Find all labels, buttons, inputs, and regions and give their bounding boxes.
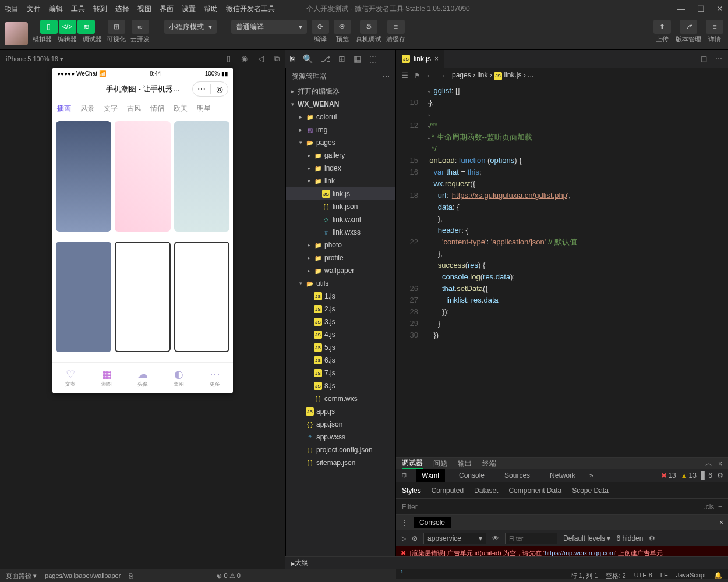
- bottom-nav-item[interactable]: ◐套图: [161, 363, 197, 393]
- category-tab[interactable]: 古风: [127, 104, 141, 113]
- mode-dropdown[interactable]: 小程序模式▾: [164, 20, 217, 34]
- editor-tab[interactable]: JS link.js ×: [396, 50, 444, 68]
- category-tab[interactable]: 明星: [197, 104, 211, 113]
- breadcrumb[interactable]: pages › link › JS link.js › ...: [452, 71, 533, 80]
- wallpaper-card[interactable]: [174, 121, 229, 232]
- explorer-icon[interactable]: ⎘: [290, 54, 295, 63]
- debugger-tab[interactable]: 调试器: [402, 458, 423, 469]
- avatar[interactable]: [5, 22, 28, 45]
- wallpaper-card[interactable]: [56, 242, 111, 352]
- wallpaper-card[interactable]: [115, 242, 170, 352]
- warn-count[interactable]: 13: [681, 471, 697, 480]
- info-count[interactable]: ▋ 6: [701, 471, 712, 480]
- preview-button[interactable]: 👁: [334, 20, 351, 34]
- error-link[interactable]: https://mp.weixin.qq.com: [545, 549, 615, 556]
- tree-node[interactable]: ▸📁gallery: [286, 149, 395, 162]
- upload-button[interactable]: ⬆: [653, 20, 671, 34]
- page-path[interactable]: pages/wallpaper/wallpaper: [45, 572, 121, 579]
- add-style-icon[interactable]: +: [718, 503, 722, 511]
- bottom-nav-item[interactable]: ▦潮图: [89, 363, 125, 393]
- tree-node[interactable]: ▸📁colorui: [286, 111, 395, 123]
- tree-node[interactable]: JS7.js: [286, 367, 395, 379]
- details-button[interactable]: ≡: [706, 20, 723, 34]
- inspect-icon[interactable]: ⯐: [401, 471, 408, 480]
- cloud-button[interactable]: ∞: [132, 20, 149, 34]
- console-tab[interactable]: Console: [453, 469, 490, 482]
- menu-item[interactable]: 设置: [182, 4, 196, 14]
- notification-icon[interactable]: 🔔: [714, 572, 722, 580]
- category-tab[interactable]: 情侣: [150, 104, 164, 113]
- menu-item[interactable]: 工具: [71, 4, 85, 14]
- clone-icon[interactable]: ⧉: [274, 54, 280, 63]
- wxml-tab[interactable]: Wxml: [416, 469, 445, 482]
- clear-cache-button[interactable]: ≡: [387, 20, 405, 34]
- tree-node[interactable]: JS3.js: [286, 315, 395, 328]
- tree-node[interactable]: ▸📁photo: [286, 239, 395, 251]
- dataset-tab[interactable]: Dataset: [474, 487, 498, 495]
- more-tabs-icon[interactable]: »: [589, 471, 593, 480]
- tree-node[interactable]: { }link.json: [286, 200, 395, 213]
- split-icon[interactable]: ◫: [701, 55, 707, 63]
- category-tab[interactable]: 文字: [104, 104, 118, 113]
- tree-node[interactable]: ◇link.wxml: [286, 213, 395, 226]
- tree-node[interactable]: ▸📁wallpaper: [286, 264, 395, 277]
- phone-preview[interactable]: ●●●●● WeChat 📶 8:44 100% ▮▮ 手机潮图 - 让手机秀.…: [52, 68, 233, 393]
- tree-node[interactable]: { }app.json: [286, 418, 395, 431]
- menu-item[interactable]: 选择: [115, 4, 129, 14]
- menu-item[interactable]: 编辑: [49, 4, 63, 14]
- version-button[interactable]: ⎇: [680, 20, 697, 34]
- compile-dropdown[interactable]: 普通编译▾: [231, 20, 307, 34]
- wallpaper-card[interactable]: [56, 121, 111, 232]
- category-tab[interactable]: 风景: [80, 104, 94, 113]
- ext2-icon[interactable]: ▦: [354, 54, 361, 63]
- device-selector[interactable]: iPhone 5 100% 16 ▾: [6, 55, 63, 63]
- bottom-nav-item[interactable]: ☁头像: [125, 363, 161, 393]
- status-errors[interactable]: ⊗ 0 ⚠ 0: [217, 572, 240, 580]
- styles-filter[interactable]: Filter: [402, 503, 418, 511]
- close-icon[interactable]: ✕: [716, 4, 723, 13]
- tree-node[interactable]: JS6.js: [286, 354, 395, 367]
- terminal-tab[interactable]: 终端: [482, 459, 496, 469]
- eye-icon[interactable]: 👁: [492, 534, 499, 542]
- sources-tab[interactable]: Sources: [499, 469, 536, 482]
- close-panel-icon[interactable]: ×: [718, 460, 722, 468]
- console-settings-icon[interactable]: ⚙: [649, 534, 655, 542]
- menu-item[interactable]: 微信开发者工具: [226, 4, 275, 14]
- menu-item[interactable]: 转到: [93, 4, 107, 14]
- close-tab-icon[interactable]: ×: [434, 55, 439, 63]
- more-icon[interactable]: ⋯: [715, 55, 722, 63]
- list-icon[interactable]: ☰: [402, 72, 408, 80]
- tree-node[interactable]: JSlink.js: [286, 187, 395, 200]
- tree-node[interactable]: JS1.js: [286, 290, 395, 303]
- page-path-label[interactable]: 页面路径 ▾: [6, 572, 37, 580]
- bottom-nav-item[interactable]: ⋯更多: [197, 363, 233, 393]
- computed-tab[interactable]: Computed: [432, 487, 464, 495]
- category-tab[interactable]: 插画: [57, 104, 71, 113]
- ext-icon[interactable]: ⊞: [338, 54, 345, 63]
- network-tab[interactable]: Network: [544, 469, 581, 482]
- copy-path-icon[interactable]: ⎘: [129, 572, 133, 579]
- console-clear-icon[interactable]: ⊘: [412, 534, 418, 542]
- code-area[interactable]: 10 12 1516 18 22 2627282930 ⌄⌄⌄⌄⌄ gglist…: [396, 84, 728, 457]
- forward-icon[interactable]: →: [439, 72, 446, 80]
- tree-node[interactable]: { }project.config.json: [286, 443, 395, 456]
- ext3-icon[interactable]: ⬚: [369, 54, 377, 63]
- bookmark-icon[interactable]: ⚑: [414, 72, 420, 80]
- tree-node[interactable]: JS8.js: [286, 379, 395, 392]
- menu-item[interactable]: 界面: [160, 4, 174, 14]
- close-drawer-icon[interactable]: ×: [719, 519, 723, 527]
- search-icon[interactable]: 🔍: [303, 54, 313, 63]
- console-play-icon[interactable]: ▷: [401, 534, 406, 542]
- mute-icon[interactable]: ◁: [258, 54, 264, 63]
- console-filter-input[interactable]: [505, 533, 557, 544]
- tree-node[interactable]: { }comm.wxs: [286, 392, 395, 405]
- device-icon[interactable]: ▯: [227, 54, 231, 63]
- tree-node[interactable]: ▸📁index: [286, 162, 395, 175]
- tree-node[interactable]: ▸▧img: [286, 123, 395, 136]
- visual-button[interactable]: ⊞: [108, 20, 125, 34]
- menu-item[interactable]: 视图: [137, 4, 151, 14]
- simulator-button[interactable]: ▯: [40, 20, 58, 34]
- capsule-close-icon[interactable]: ◎: [210, 84, 228, 94]
- tree-node[interactable]: ▾📂pages: [286, 136, 395, 149]
- wallpaper-card[interactable]: [115, 121, 170, 232]
